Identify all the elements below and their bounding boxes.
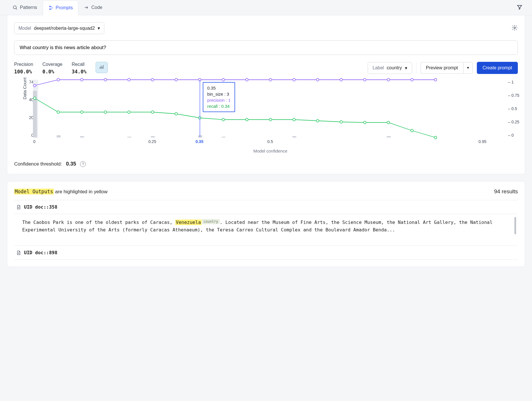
svg-point-2 xyxy=(49,6,51,7)
result-doc: UID doc::898 xyxy=(14,246,518,260)
doc-header[interactable]: UID doc::358 xyxy=(14,200,518,214)
label-chip: country xyxy=(202,219,220,224)
settings-button[interactable] xyxy=(511,25,518,32)
point-recall xyxy=(104,111,107,114)
point-precision xyxy=(57,79,59,81)
x-tick: 0.25 xyxy=(148,139,156,144)
point-precision xyxy=(434,79,437,81)
chart-x-label: Model confidence xyxy=(34,148,506,153)
tab-patterns[interactable]: Patterns xyxy=(7,0,43,15)
label-select[interactable]: Label country ▾ xyxy=(368,62,412,74)
metric-precision: Precision 100.0% xyxy=(14,62,33,75)
svg-point-0 xyxy=(13,6,16,9)
model-output-highlight: Venezuela xyxy=(175,220,202,225)
point-recall xyxy=(175,113,177,115)
x-tick: 0.95 xyxy=(479,139,486,144)
model-select[interactable]: Model deepset/roberta-large-squad2 ▾ xyxy=(14,22,104,34)
point-precision xyxy=(175,79,177,81)
tab-label: Code xyxy=(91,5,102,10)
chevron-down-icon: ▾ xyxy=(467,65,469,70)
point-recall xyxy=(222,118,225,121)
document-icon xyxy=(16,250,21,255)
point-precision xyxy=(387,79,390,81)
point-precision xyxy=(128,79,130,81)
chevron-down-icon: ▾ xyxy=(405,65,407,71)
y2-tick: 1 xyxy=(508,80,522,84)
results-legend-rest: are highlighted in yellow xyxy=(54,189,107,194)
chart-toggle-button[interactable] xyxy=(96,62,108,73)
preview-prompt-menu[interactable]: ▾ xyxy=(463,62,473,74)
metric-label: Recall xyxy=(72,62,86,67)
tooltip-recall: recall : 0.34 xyxy=(207,104,231,109)
point-recall xyxy=(128,111,130,114)
tab-bar: Patterns Prompts Code xyxy=(0,0,532,15)
chart-tooltip: 0.35bin_size : 3precision : 1recall : 0.… xyxy=(203,82,235,112)
tooltip-bin: bin_size : 3 xyxy=(207,92,231,96)
point-precision xyxy=(340,79,343,81)
chart-y2-ticks: 10.750.50.250 xyxy=(508,80,522,138)
y2-tick: 0.25 xyxy=(508,120,522,124)
y-tick: 74 xyxy=(23,80,34,84)
metric-label: Precision xyxy=(14,62,33,67)
create-prompt-button[interactable]: Create prompt xyxy=(477,62,518,74)
point-recall xyxy=(269,118,272,121)
chart-x-axis: 00.250.350.50.95 xyxy=(34,139,506,147)
x-tick: 0.35 xyxy=(196,139,203,144)
results-panel: Model Outputs are highlighted in yellow … xyxy=(7,181,525,267)
chevron-down-icon: ▾ xyxy=(98,25,100,31)
point-recall xyxy=(364,121,366,124)
y-tick: 20 xyxy=(23,115,34,120)
point-precision xyxy=(269,79,272,81)
svg-point-3 xyxy=(49,8,51,10)
scrollbar-thumb[interactable] xyxy=(514,217,516,234)
filter-button[interactable] xyxy=(514,2,525,14)
result-doc: UID doc::358The Caobos Park is one of th… xyxy=(14,200,518,240)
label-select-value: country xyxy=(387,65,402,70)
y-tick: 40 xyxy=(23,97,34,102)
doc-header[interactable]: UID doc::898 xyxy=(14,246,518,260)
arrow-right-icon xyxy=(84,5,89,10)
point-recall xyxy=(434,136,437,139)
tab-label: Prompts xyxy=(56,5,73,10)
point-recall xyxy=(316,120,319,122)
doc-text: The Caobos Park is one of the oldest par… xyxy=(22,220,175,225)
point-recall xyxy=(293,118,295,121)
results-legend-highlight: Model Outputs xyxy=(14,189,54,194)
point-recall xyxy=(151,111,154,114)
help-icon[interactable]: ? xyxy=(80,161,86,167)
metric-value: 100.0% xyxy=(14,69,33,75)
y-tick: 0 xyxy=(23,133,34,138)
svg-line-1 xyxy=(16,8,17,9)
results-count: 94 results xyxy=(494,188,518,195)
chart-y-ticks: 7440200 xyxy=(23,80,34,138)
point-recall xyxy=(411,129,413,132)
tab-label: Patterns xyxy=(20,5,37,10)
threshold-value: 0.35 xyxy=(66,161,76,167)
doc-uid: UID doc::358 xyxy=(24,204,57,210)
document-icon xyxy=(16,205,21,210)
series-precision xyxy=(35,80,436,86)
threshold-label: Confidence threshold: xyxy=(14,161,62,167)
metric-value: 0.0% xyxy=(42,69,62,75)
point-recall xyxy=(245,118,248,121)
results-legend: Model Outputs are highlighted in yellow xyxy=(14,189,107,195)
model-select-label: Model xyxy=(18,26,31,31)
preview-prompt-label[interactable]: Preview prompt xyxy=(421,62,463,74)
question-input[interactable] xyxy=(14,40,518,55)
chart-plot-area[interactable]: 0.35bin_size : 3precision : 1recall : 0.… xyxy=(35,80,506,138)
tab-code[interactable]: Code xyxy=(78,0,108,15)
separator xyxy=(416,62,416,74)
search-icon xyxy=(12,5,18,10)
series-recall xyxy=(35,98,436,138)
metric-recall: Recall 34.0% xyxy=(72,62,86,75)
threshold-cursor[interactable] xyxy=(199,80,200,138)
tab-prompts[interactable]: Prompts xyxy=(43,0,79,15)
svg-point-5 xyxy=(514,27,516,29)
y2-tick: 0.5 xyxy=(508,106,522,111)
point-precision xyxy=(104,79,107,81)
preview-prompt-button[interactable]: Preview prompt ▾ xyxy=(421,62,473,74)
point-recall xyxy=(387,121,390,124)
confidence-chart: Data Count 7440200 10.750.50.250 0.35bin… xyxy=(14,80,518,153)
metric-coverage: Coverage 0.0% xyxy=(42,62,62,75)
doc-uid: UID doc::898 xyxy=(24,250,57,255)
